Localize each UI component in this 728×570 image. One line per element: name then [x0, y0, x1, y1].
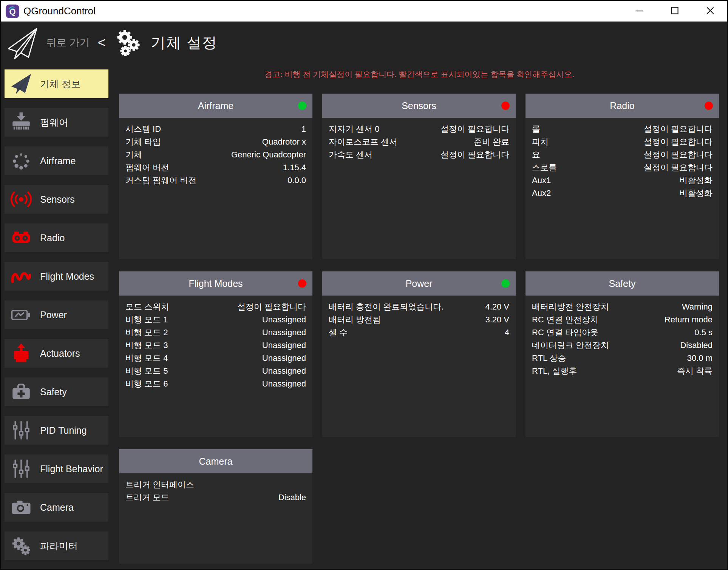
setup-toolbar: 뒤로 가기 < 기체 설정 [1, 22, 727, 63]
sidebar-item-flight-behavior[interactable]: Flight Behavior [5, 454, 108, 483]
sidebar-item-vehicle-summary[interactable]: 기체 정보 [5, 69, 108, 98]
sidebar-item-label: Flight Behavior [40, 464, 103, 474]
sidebar-item-power[interactable]: Power [5, 300, 108, 329]
sidebar-item-parameters[interactable]: 파라미터 [5, 531, 108, 560]
row-label: 모드 스위치 [125, 300, 169, 313]
page-title: 기체 설정 [151, 32, 218, 53]
row-label: 배터리방전 안전장치 [532, 300, 609, 313]
card-row: 비행 모드 5Unassigned [125, 365, 306, 377]
sidebar-item-flight-modes[interactable]: Flight Modes [5, 262, 108, 291]
sidebar-item-camera[interactable]: Camera [5, 493, 108, 522]
row-value: 0.0.0 [287, 174, 306, 187]
close-button[interactable] [702, 3, 718, 19]
card-row: Aux2비활성화 [532, 187, 713, 200]
summary-card-power[interactable]: Power배터리 충전이 완료되었습니다.4.20 V배터리 방전됨3.20 V… [322, 271, 516, 437]
card-title: Safety [609, 278, 636, 289]
row-value: Disable [278, 491, 306, 504]
minimize-button[interactable] [631, 3, 647, 19]
card-body: 지자기 센서 0설정이 필요합니다자이로스코프 센서준비 완료가속도 센서설정이… [322, 118, 516, 166]
status-indicator-green [501, 279, 510, 288]
row-value: Warning [682, 300, 713, 313]
row-label: 비행 모드 4 [125, 352, 168, 365]
sidebar-item-actuators[interactable]: Actuators [5, 339, 108, 368]
sidebar-item-pid-tuning[interactable]: PID Tuning [5, 416, 108, 445]
row-value: 4 [505, 326, 509, 339]
row-label: 비행 모드 3 [125, 339, 168, 352]
maximize-icon [669, 5, 680, 18]
card-row: 트리거 모드Disable [125, 491, 306, 504]
status-indicator-red [705, 102, 713, 110]
row-value: 0.5 s [694, 326, 713, 339]
qgroundcontrol-window: Q QGroundControl 뒤로 가기 < 기체 설정 기체 정보펌웨어A… [0, 0, 728, 570]
sidebar-item-safety[interactable]: Safety [5, 377, 108, 406]
paper-plane-outline-icon [6, 25, 39, 62]
row-value: 비활성화 [679, 187, 713, 200]
summary-card-radio[interactable]: Radio롤설정이 필요합니다피치설정이 필요합니다요설정이 필요합니다스로틀설… [526, 94, 719, 259]
row-value: Return mode [665, 313, 713, 326]
sidebar-item-label: PID Tuning [40, 425, 87, 436]
sidebar-item-firmware[interactable]: 펌웨어 [5, 108, 108, 137]
card-row: 모드 스위치설정이 필요합니다 [125, 300, 306, 313]
row-value: Unassigned [262, 352, 306, 365]
row-value: 준비 완료 [474, 136, 509, 148]
sidebar-item-airframe[interactable]: Airframe [5, 146, 108, 175]
row-value: 설정이 필요합니다 [237, 300, 306, 313]
row-label: RC 연결 타임아웃 [532, 326, 598, 339]
maximize-button[interactable] [667, 3, 683, 19]
row-label: 비행 모드 6 [125, 377, 168, 390]
sidebar-item-sensors[interactable]: Sensors [5, 185, 108, 214]
row-label: 비행 모드 2 [125, 326, 168, 339]
sidebar-item-label: Sensors [40, 194, 75, 205]
row-label: 배터리 충전이 완료되었습니다. [329, 300, 444, 313]
row-value: 설정이 필요합니다 [644, 136, 713, 148]
card-row: 가속도 센서설정이 필요합니다 [329, 148, 509, 161]
sidebar-item-label: Power [40, 310, 67, 320]
row-value: Unassigned [262, 377, 306, 390]
sidebar-item-label: Airframe [40, 156, 76, 166]
card-body: 배터리방전 안전장치WarningRC 연결 안전장치Return modeRC… [526, 296, 719, 382]
card-row: 피치설정이 필요합니다 [532, 136, 713, 148]
row-label: 셀 수 [329, 326, 348, 339]
card-row: 커스텀 펌웨어 버전0.0.0 [125, 174, 306, 187]
card-header: Power [322, 271, 516, 296]
sensors-icon [10, 188, 32, 211]
card-row: RTL 상승30.0 m [532, 352, 713, 365]
row-label: 기체 타입 [125, 136, 161, 148]
sidebar-item-label: Safety [40, 387, 67, 397]
row-value: 설정이 필요합니다 [441, 148, 509, 161]
row-value: Unassigned [262, 326, 306, 339]
row-label: 가속도 센서 [329, 148, 373, 161]
card-row: Aux1비활성화 [532, 174, 713, 187]
card-title: Power [406, 278, 433, 289]
sidebar-item-label: Actuators [40, 348, 80, 359]
row-label: 비행 모드 5 [125, 365, 168, 377]
card-body: 시스템 ID1기체 타입Quadrotor x기체Generic Quadcop… [119, 118, 312, 192]
row-value: 4.20 V [485, 300, 509, 313]
back-button[interactable]: 뒤로 가기 [46, 36, 90, 49]
row-label: 롤 [532, 123, 540, 136]
card-title: Radio [610, 100, 634, 111]
row-label: 기체 [125, 148, 142, 161]
summary-card-sensors[interactable]: Sensors지자기 센서 0설정이 필요합니다자이로스코프 센서준비 완료가속… [322, 94, 516, 259]
gears-icon [114, 28, 141, 57]
row-label: 트리거 모드 [125, 491, 169, 504]
row-value: Unassigned [262, 365, 306, 377]
summary-card-camera[interactable]: Camera트리거 인터페이스트리거 모드Disable [119, 449, 312, 564]
card-row: 시스템 ID1 [125, 123, 306, 136]
row-label: 펌웨어 버전 [125, 161, 169, 174]
card-row: 기체Generic Quadcopter [125, 148, 306, 161]
row-label: Aux1 [532, 174, 551, 187]
sidebar-item-radio[interactable]: Radio [5, 223, 108, 252]
status-indicator-red [501, 102, 510, 110]
row-value: 설정이 필요합니다 [441, 123, 509, 136]
summary-content: 경고: 비행 전 기체설정이 필요합니다. 빨간색으로 표시되어있는 항목을 확… [119, 63, 727, 569]
summary-card-airframe[interactable]: Airframe시스템 ID1기체 타입Quadrotor x기체Generic… [119, 94, 312, 259]
sidebar-item-label: Camera [40, 502, 74, 513]
sidebar-item-label: Radio [40, 233, 65, 243]
card-row: 비행 모드 1Unassigned [125, 313, 306, 326]
card-title: Sensors [402, 100, 436, 111]
summary-card-flight-modes[interactable]: Flight Modes모드 스위치설정이 필요합니다비행 모드 1Unassi… [119, 271, 312, 437]
row-value: 설정이 필요합니다 [644, 148, 713, 161]
summary-card-safety[interactable]: Safety배터리방전 안전장치WarningRC 연결 안전장치Return … [526, 271, 719, 437]
safety-icon [10, 381, 32, 403]
